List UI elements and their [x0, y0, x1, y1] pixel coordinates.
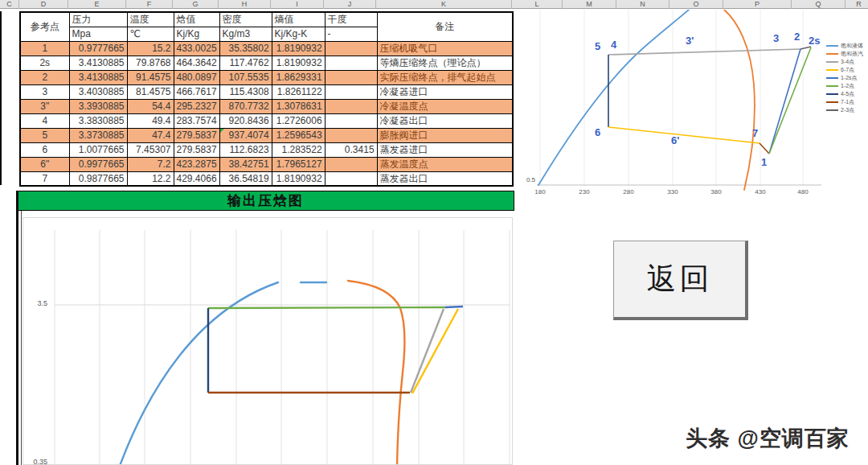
- cell-pressure[interactable]: 3.4130885: [69, 56, 127, 70]
- legend-item[interactable]: 饱和蒸汽: [826, 50, 863, 58]
- cell-note[interactable]: 蒸发器进口: [377, 142, 513, 157]
- cell-dryness[interactable]: [325, 99, 377, 113]
- header-pressure[interactable]: 压力: [69, 12, 127, 27]
- cell-enthalpy[interactable]: 279.5837: [174, 142, 219, 157]
- cell-enthalpy[interactable]: 283.7574: [174, 113, 219, 128]
- cell-entropy[interactable]: 1.7965127: [272, 157, 325, 171]
- cell-temperature[interactable]: 91.4575: [127, 70, 174, 84]
- cell-entropy[interactable]: 1.8190932: [272, 56, 325, 70]
- cell-point[interactable]: 1: [20, 41, 69, 56]
- cell-entropy[interactable]: 1.2596543: [272, 128, 325, 142]
- cell-dryness[interactable]: [325, 84, 377, 99]
- column-header[interactable]: Q: [792, 0, 845, 9]
- column-header[interactable]: F: [126, 0, 173, 9]
- column-header[interactable]: M: [563, 0, 616, 9]
- cell-dryness[interactable]: [325, 113, 377, 128]
- legend-item[interactable]: 3-4点: [826, 58, 863, 66]
- legend-item[interactable]: 7-1点: [826, 98, 863, 106]
- legend-item[interactable]: 2-3点: [826, 106, 863, 114]
- cell-dryness[interactable]: [325, 41, 377, 56]
- cell-dryness[interactable]: [325, 157, 377, 171]
- cell-point[interactable]: 6": [20, 157, 69, 171]
- cell-density[interactable]: 112.6823: [219, 142, 272, 157]
- column-header[interactable]: H: [219, 0, 271, 9]
- cell-entropy[interactable]: 1.8190932: [272, 171, 325, 186]
- cell-pressure[interactable]: 3.4030885: [69, 84, 127, 99]
- column-header[interactable]: O: [669, 0, 723, 9]
- column-header[interactable]: N: [616, 0, 669, 9]
- cell-temperature[interactable]: 7.45307: [127, 142, 174, 157]
- cell-enthalpy[interactable]: 433.0025: [174, 41, 219, 56]
- cell-note[interactable]: 冷凝器出口: [377, 113, 513, 128]
- cell-temperature[interactable]: 81.4575: [127, 84, 174, 99]
- unit-dryness[interactable]: -: [325, 27, 377, 41]
- cell-entropy[interactable]: 1.8261122: [272, 84, 325, 99]
- cell-temperature[interactable]: 12.2: [127, 171, 174, 186]
- cell-enthalpy[interactable]: 295.2327: [174, 99, 219, 113]
- column-header[interactable]: I: [271, 0, 324, 9]
- cell-enthalpy[interactable]: 480.0897: [174, 70, 219, 84]
- cell-density[interactable]: 38.42751: [219, 157, 272, 171]
- cell-dryness[interactable]: [325, 171, 377, 186]
- output-ph-diagram-banner[interactable]: 输出压焓图: [17, 191, 514, 211]
- cell-temperature[interactable]: 15.2: [127, 41, 174, 56]
- legend-item[interactable]: 1-2s点: [826, 74, 863, 82]
- header-note[interactable]: 备注: [377, 12, 513, 41]
- header-entropy[interactable]: 熵值: [272, 12, 325, 27]
- cell-density[interactable]: 115.4308: [219, 84, 272, 99]
- ph-chart-bottom[interactable]: 3.5 0.35: [23, 217, 513, 465]
- cell-note[interactable]: 蒸发器出口: [377, 171, 513, 186]
- cell-point[interactable]: 3: [20, 84, 69, 99]
- cell-pressure[interactable]: 0.9777665: [69, 41, 127, 56]
- cell-density[interactable]: 117.4762: [219, 56, 272, 70]
- cell-pressure[interactable]: 1.0077665: [69, 142, 127, 157]
- return-button[interactable]: 返回: [613, 241, 748, 320]
- header-temperature[interactable]: 温度: [127, 12, 174, 27]
- ph-chart-top[interactable]: 180 230 280 330 380 430 480 0.5 5 4 3' 3…: [522, 10, 868, 201]
- cell-note[interactable]: 膨胀阀进口: [377, 128, 513, 142]
- cell-entropy[interactable]: 1.2726006: [272, 113, 325, 128]
- cell-dryness[interactable]: 0.3415: [325, 142, 377, 157]
- header-density[interactable]: 密度: [219, 12, 272, 27]
- column-header[interactable]: C: [0, 0, 19, 9]
- header-point[interactable]: 参考点: [20, 12, 69, 41]
- cell-enthalpy[interactable]: 429.4066: [174, 171, 219, 186]
- column-header[interactable]: J: [324, 0, 376, 9]
- unit-enthalpy[interactable]: Kj/Kg: [174, 27, 219, 41]
- cell-note[interactable]: 实际压缩终点，排气起始点: [377, 70, 513, 84]
- legend-item[interactable]: 4-5点: [826, 90, 863, 98]
- cell-point[interactable]: 7: [20, 171, 69, 186]
- cell-temperature[interactable]: 54.4: [127, 99, 174, 113]
- cell-density[interactable]: 937.4074: [219, 128, 272, 142]
- column-header[interactable]: D: [19, 0, 68, 9]
- unit-temperature[interactable]: ℃: [127, 27, 174, 41]
- cell-dryness[interactable]: [325, 56, 377, 70]
- cell-note[interactable]: 冷凝器进口: [377, 84, 513, 99]
- column-header[interactable]: K: [376, 0, 512, 9]
- cell-note[interactable]: 压缩机吸气口: [377, 41, 513, 56]
- cell-temperature[interactable]: 49.4: [127, 113, 174, 128]
- column-header[interactable]: R: [845, 0, 868, 9]
- cell-temperature[interactable]: 47.4: [127, 128, 174, 142]
- cell-pressure[interactable]: 3.4130885: [69, 70, 127, 84]
- cell-density[interactable]: 920.8436: [219, 113, 272, 128]
- cell-pressure[interactable]: 0.9977665: [69, 157, 127, 171]
- column-header[interactable]: L: [512, 0, 563, 9]
- header-enthalpy[interactable]: 焓值: [174, 12, 219, 27]
- cell-enthalpy[interactable]: 464.3642: [174, 56, 219, 70]
- cell-note[interactable]: 等熵压缩终点（理论点）: [377, 56, 513, 70]
- cell-enthalpy[interactable]: 279.5837: [174, 128, 219, 142]
- cell-point[interactable]: 5: [20, 128, 69, 142]
- cell-entropy[interactable]: 1.283522: [272, 142, 325, 157]
- cell-point[interactable]: 3": [20, 99, 69, 113]
- cell-temperature[interactable]: 79.8768: [127, 56, 174, 70]
- cell-dryness[interactable]: [325, 128, 377, 142]
- unit-entropy[interactable]: Kj/Kg-K: [272, 27, 325, 41]
- cell-point[interactable]: 4: [20, 113, 69, 128]
- cell-point[interactable]: 6: [20, 142, 69, 157]
- cell-dryness[interactable]: [325, 70, 377, 84]
- column-header[interactable]: E: [68, 0, 126, 9]
- cell-density[interactable]: 36.54819: [219, 171, 272, 186]
- cell-entropy[interactable]: 1.8190932: [272, 41, 325, 56]
- cell-density[interactable]: 870.7732: [219, 99, 272, 113]
